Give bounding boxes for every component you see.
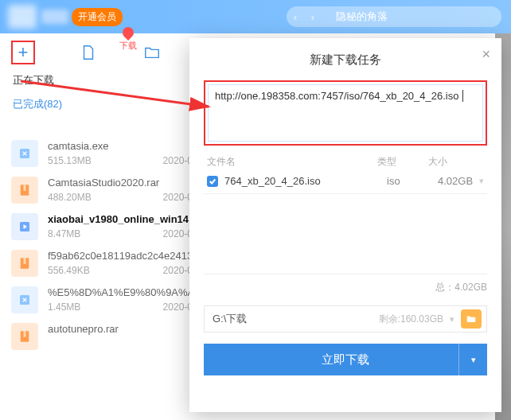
avatar[interactable]	[8, 5, 37, 29]
disk-remaining: 剩余:160.03GB	[379, 313, 443, 326]
new-task-button[interactable]: +	[11, 41, 35, 64]
dialog-close-button[interactable]: ×	[482, 46, 490, 63]
file-name: 764_xb_20_4_26.iso	[224, 175, 387, 187]
file-type-icon	[11, 213, 38, 240]
file-table-header: 文件名 类型 大小	[204, 155, 487, 169]
list-item-size: 515.13MB	[48, 155, 92, 166]
app-header: 开通会员 ‹ › 隐秘的角落	[0, 0, 511, 33]
url-input[interactable]: http://one.198358.com:7457/iso/764_xb_20…	[204, 80, 487, 146]
save-path-row: G:\下载 剩余:160.03GB ▾	[204, 305, 487, 332]
download-marker: 下载	[119, 27, 137, 52]
username	[41, 10, 68, 24]
download-now-label: 立即下载	[322, 352, 369, 368]
col-filename: 文件名	[207, 155, 377, 169]
browse-folder-button[interactable]	[461, 309, 482, 329]
tab-completed-count: (82)	[44, 98, 62, 110]
file-size: 4.02GB	[438, 175, 479, 187]
file-type-icon	[11, 177, 38, 204]
total-size: 总：4.02GB	[204, 274, 487, 294]
download-now-button[interactable]: 立即下载 ▾	[204, 344, 487, 375]
svg-rect-2	[24, 185, 26, 191]
list-item-size: 8.47MB	[48, 228, 80, 239]
plus-icon: +	[18, 44, 29, 61]
svg-rect-5	[24, 258, 26, 264]
chevron-down-icon[interactable]: ▾	[479, 176, 484, 186]
file-type: iso	[387, 175, 438, 187]
nav-forward-icon[interactable]: ›	[304, 11, 322, 23]
file-type-icon	[11, 250, 38, 277]
folder-icon	[143, 44, 161, 61]
pin-icon	[120, 25, 136, 41]
chevron-down-icon[interactable]: ▾	[450, 314, 454, 325]
svg-rect-8	[24, 331, 26, 337]
file-icon	[80, 44, 97, 61]
search-bar[interactable]: ‹ › 隐秘的角落	[287, 6, 501, 27]
file-type-icon	[11, 286, 38, 313]
file-row[interactable]: 764_xb_20_4_26.iso iso 4.02GB ▾	[204, 169, 487, 194]
url-text: http://one.198358.com:7457/iso/764_xb_20…	[215, 90, 458, 102]
list-item-size: 1.45MB	[48, 301, 80, 313]
new-download-dialog: × 新建下载任务 http://one.198358.com:7457/iso/…	[189, 38, 501, 412]
download-split-button[interactable]: ▾	[458, 344, 487, 375]
file-button[interactable]	[78, 42, 99, 63]
file-checkbox[interactable]	[207, 176, 218, 187]
file-type-icon	[11, 323, 38, 350]
folder-icon	[465, 313, 478, 325]
col-type: 类型	[377, 155, 428, 169]
tab-completed-label: 已完成	[13, 98, 44, 110]
save-path[interactable]: G:\下载	[213, 312, 379, 326]
file-type-icon	[11, 140, 38, 167]
col-size: 大小	[428, 155, 484, 169]
nav-back-icon[interactable]: ‹	[287, 11, 304, 23]
list-item-size: 556.49KB	[48, 265, 90, 276]
folder-button[interactable]	[142, 42, 162, 63]
open-vip-button[interactable]: 开通会员	[72, 8, 123, 26]
search-placeholder: 隐秘的角落	[336, 10, 388, 24]
dialog-title: 新建下载任务	[204, 52, 487, 68]
list-item-size: 488.20MB	[48, 192, 92, 203]
download-marker-label: 下载	[119, 40, 137, 52]
